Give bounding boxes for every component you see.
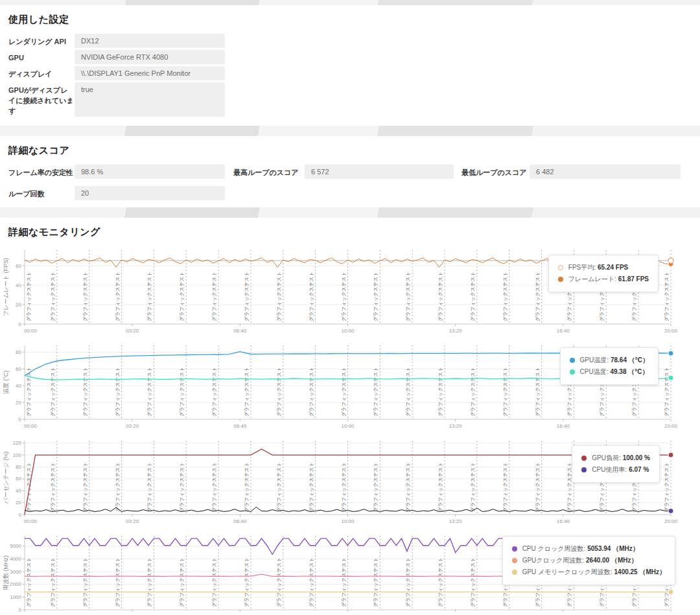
chart-legend: CPU クロック周波数: 5053.94 （MHz）GPUクロック周波数: 26… bbox=[502, 536, 675, 585]
legend-entry: フレームレート: 61.87 FPS bbox=[558, 275, 649, 284]
svg-text:グラフィックステスト: グラフィックステスト bbox=[146, 272, 152, 321]
svg-text:20:00: 20:00 bbox=[664, 328, 678, 334]
legend-entry: GPU温度: 78.64 （°C） bbox=[570, 356, 649, 365]
clock-frequency-chart: グラフィックステストグラフィックステストグラフィックステストグラフィックステスト… bbox=[0, 532, 700, 615]
svg-text:00:00: 00:00 bbox=[24, 328, 38, 334]
svg-text:グラフィックステスト: グラフィックステスト bbox=[405, 462, 411, 512]
legend-entry-label: GPU負荷: bbox=[592, 454, 620, 463]
legend-entry-value: 5053.94 （MHz） bbox=[587, 544, 638, 553]
svg-text:グラフィックステスト: グラフィックステスト bbox=[26, 272, 32, 321]
svg-text:2000: 2000 bbox=[10, 581, 21, 587]
legend-marker-dot bbox=[570, 369, 575, 375]
legend-entry: CPU温度: 49.38 （°C） bbox=[570, 367, 649, 377]
svg-text:3000: 3000 bbox=[10, 568, 21, 574]
svg-text:グラフィックステスト: グラフィックステスト bbox=[664, 367, 670, 417]
svg-text:グラフィックステスト: グラフィックステスト bbox=[211, 367, 217, 417]
legend-entry-label: GPUクロック周波数: bbox=[522, 556, 584, 565]
svg-text:グラフィックステスト: グラフィックステスト bbox=[50, 367, 56, 417]
svg-text:20: 20 bbox=[16, 500, 21, 505]
field-value: DX12 bbox=[75, 34, 225, 48]
fps-chart: グラフィックステストグラフィックステストグラフィックステストグラフィックステスト… bbox=[0, 246, 700, 338]
svg-text:5000: 5000 bbox=[10, 543, 21, 549]
legend-entry-value: 78.64 （°C） bbox=[611, 356, 649, 365]
svg-text:06:40: 06:40 bbox=[233, 328, 247, 334]
svg-text:16:40: 16:40 bbox=[557, 518, 570, 524]
chart-legend: FPS平均: 65.24 FPSフレームレート: 61.87 FPS bbox=[548, 255, 659, 292]
legend-entry: GPU メモリークロック周波数: 1400.25 （MHz） bbox=[512, 568, 666, 577]
svg-text:グラフィックステスト: グラフィックステスト bbox=[244, 272, 250, 321]
score-row: フレーム率の安定性 98.6 % 最高ループのスコア 6 572 最低ループのス… bbox=[8, 165, 692, 179]
svg-text:グラフィックステスト: グラフィックステスト bbox=[470, 272, 476, 321]
svg-text:4000: 4000 bbox=[10, 556, 21, 562]
svg-text:20: 20 bbox=[16, 301, 21, 307]
svg-text:グラフィックステスト: グラフィックステスト bbox=[470, 557, 476, 607]
score-frame-stability: フレーム率の安定性 98.6 % bbox=[8, 165, 225, 179]
svg-text:16:40: 16:40 bbox=[557, 328, 570, 334]
legend-marker-dot bbox=[512, 558, 517, 563]
legend-entry-value: 6.07 % bbox=[629, 466, 649, 473]
svg-text:グラフィックステスト: グラフィックステスト bbox=[535, 272, 541, 321]
setting-row-render-api: レンダリング API DX12 bbox=[8, 34, 692, 48]
svg-text:パーセンテージ (%): パーセンテージ (%) bbox=[3, 452, 9, 505]
svg-text:グラフィックステスト: グラフィックステスト bbox=[373, 272, 379, 321]
field-label: ループ回数 bbox=[8, 186, 75, 200]
svg-text:40: 40 bbox=[16, 488, 21, 494]
monitoring-section: 詳細なモニタリング グラフィックステストグラフィックステストグラフィックステスト… bbox=[0, 226, 700, 615]
svg-text:グラフィックステスト: グラフィックステスト bbox=[82, 462, 88, 512]
svg-text:グラフィックステスト: グラフィックステスト bbox=[146, 557, 152, 607]
setting-row-gpu-connected: GPUがディスプレイに接続されています true bbox=[8, 82, 692, 117]
legend-marker-dot bbox=[512, 570, 517, 575]
score-worst-loop: 最低ループのスコア 6 482 bbox=[461, 165, 681, 179]
svg-text:グラフィックステスト: グラフィックステスト bbox=[341, 557, 347, 607]
svg-text:グラフィックステスト: グラフィックステスト bbox=[26, 557, 32, 607]
legend-marker-dot bbox=[558, 277, 563, 282]
svg-text:グラフィックステスト: グラフィックステスト bbox=[502, 272, 508, 321]
svg-text:グラフィックステスト: グラフィックステスト bbox=[179, 462, 185, 512]
svg-text:グラフィックステスト: グラフィックステスト bbox=[341, 272, 347, 321]
svg-text:20:00: 20:00 bbox=[664, 423, 678, 429]
field-value: true bbox=[75, 82, 225, 117]
svg-text:10:00: 10:00 bbox=[341, 518, 355, 524]
svg-text:グラフィックステスト: グラフィックステスト bbox=[115, 462, 121, 512]
field-value: 6 572 bbox=[305, 165, 454, 179]
svg-text:80: 80 bbox=[16, 349, 21, 355]
legend-entry-label: CPU使用率: bbox=[592, 465, 627, 474]
svg-text:03:20: 03:20 bbox=[126, 423, 139, 429]
scores-section: 詳細なスコア フレーム率の安定性 98.6 % 最高ループのスコア 6 572 … bbox=[0, 145, 700, 200]
svg-text:グラフィックステスト: グラフィックステスト bbox=[535, 462, 541, 512]
svg-text:グラフィックステスト: グラフィックステスト bbox=[50, 272, 56, 321]
svg-text:00:00: 00:00 bbox=[24, 423, 38, 429]
svg-text:グラフィックステスト: グラフィックステスト bbox=[664, 462, 670, 512]
svg-text:グラフィックステスト: グラフィックステスト bbox=[502, 367, 508, 417]
svg-text:グラフィックステスト: グラフィックステスト bbox=[211, 557, 217, 607]
svg-text:温度 (°C): 温度 (°C) bbox=[3, 371, 9, 395]
svg-text:グラフィックステスト: グラフィックステスト bbox=[276, 557, 282, 607]
svg-text:グラフィックステスト: グラフィックステスト bbox=[373, 557, 379, 607]
legend-entry-value: 1400.25 （MHz） bbox=[614, 568, 666, 577]
svg-text:20: 20 bbox=[16, 399, 21, 405]
field-label: レンダリング API bbox=[8, 34, 75, 48]
field-value: 6 482 bbox=[530, 165, 681, 179]
svg-text:グラフィックステスト: グラフィックステスト bbox=[115, 272, 121, 321]
svg-text:グラフィックステスト: グラフィックステスト bbox=[115, 557, 121, 607]
svg-text:グラフィックステスト: グラフィックステスト bbox=[276, 462, 282, 512]
svg-text:0: 0 bbox=[19, 607, 22, 612]
svg-text:グラフィックステスト: グラフィックステスト bbox=[309, 272, 314, 321]
svg-text:グラフィックステスト: グラフィックステスト bbox=[664, 272, 670, 321]
svg-text:グラフィックステスト: グラフィックステスト bbox=[244, 557, 250, 607]
legend-entry-label: CPU温度: bbox=[580, 367, 609, 377]
svg-text:グラフィックステスト: グラフィックステスト bbox=[179, 557, 185, 607]
legend-entry-value: 65.24 FPS bbox=[598, 264, 628, 271]
svg-text:グラフィックステスト: グラフィックステスト bbox=[82, 272, 88, 321]
setting-row-display: ディスプレイ \\.\DISPLAY1 Generic PnP Monitor bbox=[8, 66, 692, 80]
svg-text:グラフィックステスト: グラフィックステスト bbox=[309, 462, 314, 512]
svg-text:0: 0 bbox=[19, 511, 22, 517]
svg-text:グラフィックステスト: グラフィックステスト bbox=[276, 272, 282, 321]
svg-text:フレームレート (FPS): フレームレート (FPS) bbox=[3, 258, 9, 316]
legend-entry-label: フレームレート: bbox=[568, 275, 616, 284]
field-value: \\.\DISPLAY1 Generic PnP Monitor bbox=[75, 66, 225, 80]
svg-text:グラフィックステスト: グラフィックステスト bbox=[438, 272, 443, 321]
legend-entry: CPU クロック周波数: 5053.94 （MHz） bbox=[512, 544, 666, 553]
svg-text:00:00: 00:00 bbox=[24, 518, 38, 524]
svg-text:13:20: 13:20 bbox=[449, 328, 463, 334]
